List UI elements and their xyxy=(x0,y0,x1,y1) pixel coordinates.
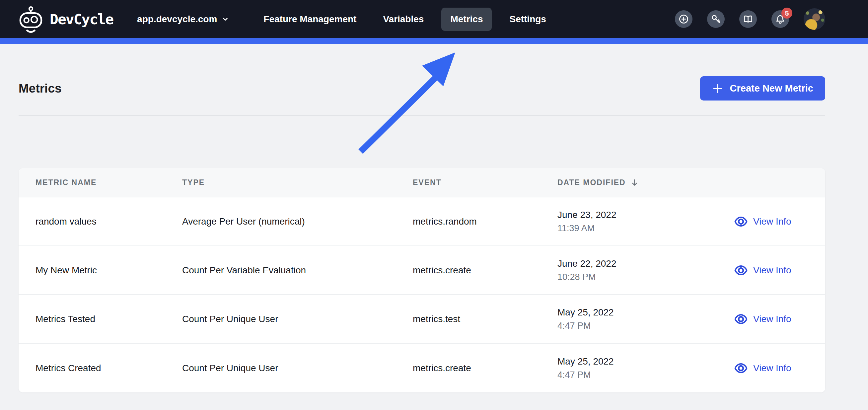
primary-nav: Feature Management Variables Metrics Set… xyxy=(264,8,546,31)
eye-icon xyxy=(734,312,748,326)
column-header-metric-name: METRIC NAME xyxy=(35,178,182,187)
nav-item-variables[interactable]: Variables xyxy=(383,14,424,25)
view-info-label: View Info xyxy=(753,265,792,276)
metric-name-cell: Metrics Created xyxy=(35,363,182,374)
page-header: Metrics Create New Metric xyxy=(19,76,825,100)
metric-type-cell: Count Per Unique User xyxy=(182,314,413,324)
add-button[interactable] xyxy=(675,10,692,28)
metric-event-cell: metrics.create xyxy=(413,265,557,276)
create-new-metric-label: Create New Metric xyxy=(730,83,813,94)
metrics-table: METRIC NAME TYPE EVENT DATE MODIFIED ran… xyxy=(19,168,825,392)
view-info-button[interactable]: View Info xyxy=(734,312,792,326)
docs-button[interactable] xyxy=(739,10,757,28)
nav-item-settings[interactable]: Settings xyxy=(509,14,546,25)
user-avatar[interactable] xyxy=(804,8,825,30)
table-header-row: METRIC NAME TYPE EVENT DATE MODIFIED xyxy=(19,168,825,197)
metric-type-cell: Count Per Variable Evaluation xyxy=(182,265,413,276)
column-header-event: EVENT xyxy=(413,178,557,187)
section-divider xyxy=(19,115,825,116)
brand-name: DevCycle xyxy=(50,11,113,28)
accent-bar xyxy=(0,38,868,44)
eye-icon xyxy=(734,361,748,375)
metric-event-cell: metrics.test xyxy=(413,314,557,324)
key-icon xyxy=(711,14,721,24)
view-info-label: View Info xyxy=(753,314,792,324)
view-info-label: View Info xyxy=(753,216,792,227)
table-row: Metrics Tested Count Per Unique User met… xyxy=(19,295,825,344)
chevron-down-icon xyxy=(222,15,229,23)
org-selector-label: app.devcycle.com xyxy=(137,14,217,25)
eye-icon xyxy=(734,215,748,228)
notifications-button[interactable]: 5 xyxy=(771,10,789,28)
view-info-label: View Info xyxy=(753,363,792,374)
create-new-metric-button[interactable]: Create New Metric xyxy=(700,76,825,100)
book-open-icon xyxy=(743,14,753,24)
navbar-actions: 5 xyxy=(675,8,825,30)
view-info-button[interactable]: View Info xyxy=(734,361,792,375)
date-modified-cell: June 22, 2022 10:28 PM xyxy=(557,257,734,284)
metric-event-cell: metrics.random xyxy=(413,216,557,227)
main-content: Metrics Create New Metric METRIC NAME TY… xyxy=(0,76,868,392)
column-header-date-modified[interactable]: DATE MODIFIED xyxy=(557,178,734,187)
sort-descending-icon xyxy=(630,178,639,187)
table-row: random values Average Per User (numerica… xyxy=(19,197,825,246)
nav-item-metrics[interactable]: Metrics xyxy=(441,8,492,31)
robot-icon xyxy=(19,6,43,34)
plus-circle-icon xyxy=(679,14,689,24)
api-keys-button[interactable] xyxy=(707,10,725,28)
table-row: My New Metric Count Per Variable Evaluat… xyxy=(19,246,825,295)
table-row: Metrics Created Count Per Unique User me… xyxy=(19,344,825,392)
view-info-button[interactable]: View Info xyxy=(734,215,792,228)
metric-name-cell: My New Metric xyxy=(35,265,182,276)
top-navbar: DevCycle app.devcycle.com Feature Manage… xyxy=(0,0,868,38)
brand[interactable]: DevCycle xyxy=(19,4,113,34)
metric-name-cell: Metrics Tested xyxy=(35,314,182,324)
metric-name-cell: random values xyxy=(35,216,182,227)
nav-item-feature-management[interactable]: Feature Management xyxy=(264,14,356,25)
eye-icon xyxy=(734,263,748,277)
date-modified-cell: May 25, 2022 4:47 PM xyxy=(557,306,734,333)
page-title: Metrics xyxy=(19,82,62,96)
date-modified-cell: May 25, 2022 4:47 PM xyxy=(557,355,734,381)
metric-type-cell: Average Per User (numerical) xyxy=(182,216,413,227)
plus-icon xyxy=(712,83,723,94)
metric-type-cell: Count Per Unique User xyxy=(182,363,413,374)
column-header-type: TYPE xyxy=(182,178,413,187)
date-modified-cell: June 23, 2022 11:39 AM xyxy=(557,208,734,235)
org-selector[interactable]: app.devcycle.com xyxy=(137,14,229,25)
metric-event-cell: metrics.create xyxy=(413,363,557,374)
notification-count-badge: 5 xyxy=(781,8,792,19)
view-info-button[interactable]: View Info xyxy=(734,263,792,277)
